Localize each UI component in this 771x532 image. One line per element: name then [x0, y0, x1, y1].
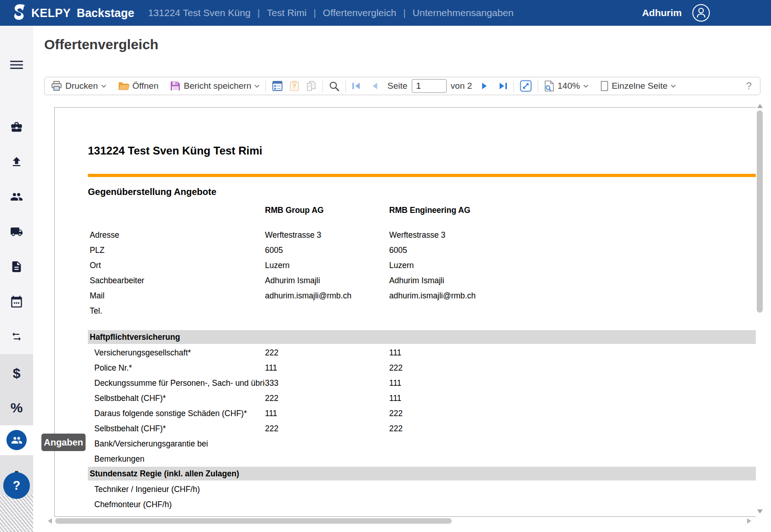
sidebar-item-angaben[interactable] [6, 430, 27, 450]
row-label: Mail [88, 291, 265, 301]
sidebar-item-upload[interactable] [6, 152, 27, 172]
report-title: 131224 Test Sven Küng Test Rimi [88, 144, 262, 157]
page-number-input[interactable] [412, 79, 447, 93]
open-label: Öffnen [132, 81, 159, 91]
report-sections: HaftpflichtversicherungVersicherungsgese… [55, 330, 756, 512]
breadcrumb-item[interactable]: Unternehmensangaben [413, 7, 514, 18]
brand-name: KELPY [31, 6, 71, 20]
table-row: Selbstbehalt (CHF)*222111 [88, 391, 756, 406]
row-label: Bemerkungen [88, 454, 265, 464]
vertical-scrollbar-thumb[interactable] [757, 110, 763, 313]
row-value-col1: 6005 [265, 246, 389, 255]
save-report-button[interactable]: Bericht speichern [170, 81, 259, 91]
row-value-col2: 222 [389, 363, 756, 373]
user-avatar[interactable] [692, 4, 710, 22]
row-label: Adresse [88, 230, 265, 240]
row-value-col1: Adhurim Ismajli [265, 276, 389, 286]
upload-icon [10, 155, 23, 168]
breadcrumb-separator: | [258, 7, 260, 18]
table-row: Mailadhurim.ismajli@rmb.chadhurim.ismajl… [88, 288, 756, 303]
sidebar-item-documents[interactable] [6, 257, 27, 277]
check-report-button[interactable]: ? [289, 80, 299, 92]
table-row: Tel. [88, 303, 756, 319]
row-value-col1: 111 [265, 409, 389, 418]
row-label: Tel. [88, 306, 265, 316]
single-page-icon [600, 81, 609, 91]
last-page-button[interactable] [499, 82, 507, 90]
previous-page-icon [372, 82, 378, 90]
copy-pages-icon [306, 80, 316, 92]
sidebar-item-logistics[interactable] [6, 222, 27, 242]
table-row: Techniker / Ingenieur (CHF/h) [88, 482, 756, 497]
row-label: Versicherungsgesellschaft* [88, 348, 265, 358]
report-parameters-button[interactable] [272, 80, 283, 92]
breadcrumb-item[interactable]: Test Rimi [267, 7, 306, 18]
horizontal-scrollbar-thumb[interactable] [55, 518, 452, 524]
zoom-page-icon [544, 80, 554, 92]
row-label: Chefmonteur (CHF/h) [88, 500, 265, 509]
sidebar-item-rates[interactable]: % [6, 398, 27, 418]
row-value-col1: adhurim.ismajli@rmb.ch [265, 291, 389, 301]
report-section-header: Haftpflichtversicherung [88, 330, 756, 344]
menu-toggle-button[interactable] [6, 55, 27, 75]
breadcrumb-item[interactable]: 131224 Test Sven Küng [148, 7, 251, 18]
previous-page-button[interactable] [372, 82, 378, 90]
user-name: Adhurim [642, 7, 682, 18]
row-value-col2: 111 [389, 394, 756, 403]
row-label: Bank/Versicherungsgarantie bei [88, 439, 265, 449]
row-value-col2: 111 [389, 348, 756, 358]
copy-pages-button[interactable] [306, 80, 316, 92]
row-label: Daraus folgende sonstige Schäden (CHF)* [88, 409, 265, 418]
zoom-control[interactable]: 140% [544, 80, 588, 92]
sidebar-item-projects[interactable] [6, 117, 27, 137]
print-button[interactable]: Drucken [51, 81, 106, 91]
sidebar-item-calendar[interactable] [6, 292, 27, 312]
fullscreen-icon [520, 80, 532, 92]
sidebar-item-transfer[interactable] [6, 326, 27, 347]
scroll-up-arrow[interactable] [757, 104, 763, 108]
printer-icon [51, 81, 62, 91]
report-info-rows: AdresseWerftestrasse 3Werftestrasse 3PLZ… [55, 228, 756, 319]
row-label: PLZ [88, 246, 265, 255]
people-icon [10, 190, 23, 203]
parameters-panel-icon [272, 80, 283, 92]
scroll-left-arrow[interactable] [48, 518, 52, 524]
report-section-header: Stundensatz Regie (inkl. allen Zulagen) [88, 467, 756, 481]
first-page-button[interactable] [352, 82, 361, 90]
view-mode-control[interactable]: Einzelne Seite [600, 81, 676, 91]
document-icon [10, 260, 23, 273]
next-page-button[interactable] [481, 82, 488, 90]
row-value-col1: 222 [265, 394, 389, 403]
scroll-down-arrow[interactable] [757, 509, 763, 514]
row-value-col2: adhurim.ismajli@rmb.ch [389, 291, 756, 301]
row-value-col1: Werftestrasse 3 [265, 230, 389, 240]
help-icon: ? [13, 479, 21, 493]
row-value-col1: Luzern [265, 261, 389, 270]
column-header-1: RMB Group AG [265, 206, 389, 215]
row-value-col2: 111 [389, 378, 756, 388]
sidebar-item-contacts[interactable] [6, 187, 27, 207]
table-row: SachbearbeiterAdhurim IsmajliAdhurim Ism… [88, 273, 756, 288]
report-toolbar: Drucken Öffnen Bericht speichern ? [44, 77, 760, 95]
table-row: Bemerkungen [88, 452, 756, 467]
sidebar-item-finance[interactable]: $ [6, 363, 27, 383]
chevron-down-icon [254, 85, 259, 88]
breadcrumb-item[interactable]: Offertenvergleich [323, 7, 397, 18]
fullscreen-button[interactable] [520, 80, 532, 92]
folder-icon [118, 81, 129, 91]
page-label: Seite [387, 81, 407, 91]
scroll-right-arrow[interactable] [747, 518, 751, 524]
table-row: OrtLuzernLuzern [88, 258, 756, 273]
row-value-col1: 222 [265, 424, 389, 434]
last-page-icon [499, 82, 507, 90]
search-button[interactable] [329, 81, 339, 92]
help-button[interactable]: ? [3, 472, 30, 499]
kelpy-logo-icon [12, 4, 26, 22]
toolbar-help-button[interactable]: ? [746, 80, 752, 92]
open-button[interactable]: Öffnen [118, 81, 159, 91]
row-label: Ort [88, 261, 265, 270]
svg-text:?: ? [293, 83, 296, 90]
row-value-col1: 222 [265, 348, 389, 358]
transfer-arrows-icon [11, 331, 23, 342]
menu-icon [10, 60, 23, 69]
